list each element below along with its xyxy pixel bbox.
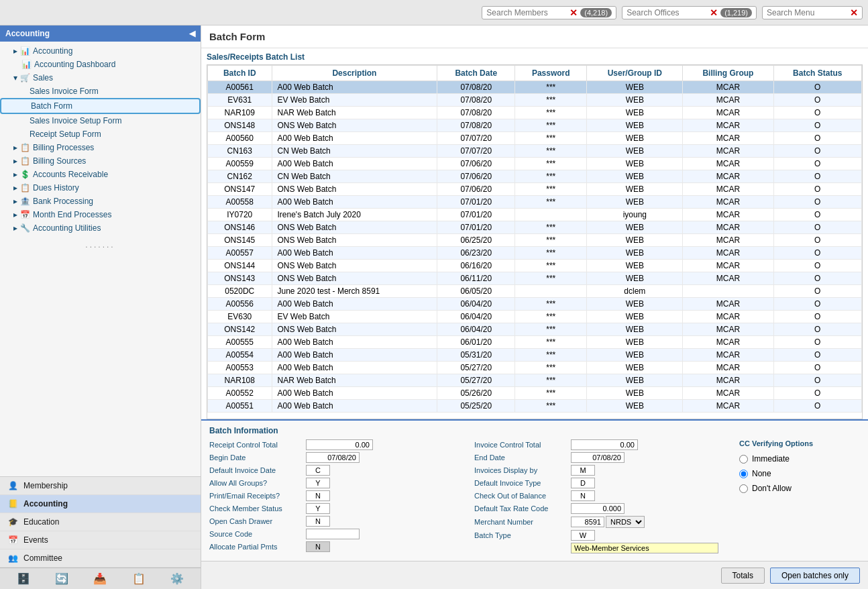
sidebar-item-accounts-receivable[interactable]: ▸ 💲 Accounts Receivable bbox=[0, 168, 201, 181]
sidebar-item-membership[interactable]: 👤 Membership bbox=[0, 477, 201, 495]
table-row[interactable]: NAR109 NAR Web Batch 07/08/20 *** WEB MC… bbox=[208, 107, 862, 119]
sidebar-item-accounting-nav[interactable]: 📒 Accounting bbox=[0, 495, 201, 513]
search-offices-clear[interactable]: ✕ bbox=[710, 8, 718, 17]
print-email-input[interactable] bbox=[306, 490, 330, 501]
table-row[interactable]: NAR108 NAR Web Batch 05/27/20 *** WEB MC… bbox=[208, 374, 862, 387]
settings-icon[interactable]: ⚙️ bbox=[170, 572, 184, 585]
table-row[interactable]: A00555 A00 Web Batch 06/01/20 *** WEB MC… bbox=[208, 336, 862, 349]
merchant-number-input[interactable] bbox=[571, 517, 604, 527]
cc-none-radio[interactable] bbox=[739, 470, 748, 478]
cell-batch-id: A00552 bbox=[208, 387, 272, 400]
search-members-clear[interactable]: ✕ bbox=[569, 8, 578, 17]
bank-processing-icon: 🏦 bbox=[20, 197, 30, 206]
sidebar-item-accounting-utilities[interactable]: ▸ 🔧 Accounting Utilities bbox=[0, 221, 201, 235]
search-members-box[interactable]: ✕ (4,218) bbox=[482, 6, 616, 19]
default-tax-rate-input[interactable] bbox=[571, 503, 625, 514]
cc-dont-allow-radio[interactable] bbox=[739, 484, 748, 493]
sidebar-item-education[interactable]: 🎓 Education bbox=[0, 513, 201, 531]
sidebar-item-dues-history[interactable]: ▸ 📋 Dues History bbox=[0, 181, 201, 195]
table-row[interactable]: ONS146 ONS Web Batch 07/01/20 *** WEB MC… bbox=[208, 221, 862, 234]
sidebar-item-dashboard[interactable]: 📊 Accounting Dashboard bbox=[0, 58, 201, 71]
table-row[interactable]: A00557 A00 Web Batch 06/23/20 *** WEB MC… bbox=[208, 247, 862, 260]
sidebar-item-receipt-setup[interactable]: Receipt Setup Form bbox=[0, 127, 201, 141]
cell-billing-group: MCAR bbox=[683, 349, 773, 362]
search-members-input[interactable] bbox=[486, 8, 567, 17]
search-menu-box[interactable]: ✕ bbox=[762, 6, 863, 19]
open-batches-button[interactable]: Open batches only bbox=[770, 568, 860, 584]
totals-button[interactable]: Totals bbox=[721, 568, 765, 584]
receipt-control-input[interactable] bbox=[306, 439, 373, 450]
table-row[interactable]: 0520DC June 2020 test - Merch 8591 06/05… bbox=[208, 285, 862, 298]
table-row[interactable]: A00554 A00 Web Batch 05/31/20 *** WEB MC… bbox=[208, 349, 862, 362]
invoice-control-input[interactable] bbox=[571, 439, 638, 450]
table-row[interactable]: A00558 A00 Web Batch 07/01/20 *** WEB MC… bbox=[208, 196, 862, 209]
table-row[interactable]: A00556 A00 Web Batch 06/04/20 *** WEB MC… bbox=[208, 298, 862, 311]
default-invoice-date-input[interactable] bbox=[306, 465, 330, 476]
search-menu-clear[interactable]: ✕ bbox=[850, 8, 858, 17]
batch-type-input[interactable] bbox=[571, 530, 595, 541]
search-offices-box[interactable]: ✕ (1,219) bbox=[622, 6, 757, 19]
sidebar-item-events[interactable]: 📅 Events bbox=[0, 531, 201, 549]
refresh-icon[interactable]: 🔄 bbox=[55, 572, 68, 585]
sidebar-item-accounting[interactable]: ▸ 📊 Accounting bbox=[0, 44, 201, 58]
table-row[interactable]: A00551 A00 Web Batch 05/25/20 *** WEB MC… bbox=[208, 400, 862, 413]
cc-none-label: None bbox=[752, 469, 771, 478]
sidebar-item-sales[interactable]: ▾ 🛒 Sales bbox=[0, 71, 201, 85]
col-user-group[interactable]: User/Group ID bbox=[587, 66, 683, 81]
sidebar-collapse-icon[interactable]: ◀ bbox=[189, 29, 195, 38]
table-row[interactable]: A00559 A00 Web Batch 07/06/20 *** WEB MC… bbox=[208, 158, 862, 170]
table-row[interactable]: ONS147 ONS Web Batch 07/06/20 *** WEB MC… bbox=[208, 183, 862, 196]
end-date-input[interactable] bbox=[571, 452, 625, 463]
check-member-input[interactable] bbox=[306, 503, 330, 514]
sidebar-item-committee[interactable]: 👥 Committee bbox=[0, 549, 201, 568]
search-menu-input[interactable] bbox=[767, 8, 847, 17]
db-icon[interactable]: 🗄️ bbox=[17, 572, 30, 585]
cell-status: O bbox=[773, 311, 861, 323]
table-row[interactable]: ONS145 ONS Web Batch 06/25/20 *** WEB MC… bbox=[208, 234, 862, 247]
table-row[interactable]: ONS144 ONS Web Batch 06/16/20 *** WEB MC… bbox=[208, 260, 862, 272]
invoices-display-input[interactable] bbox=[571, 465, 595, 476]
allow-all-groups-input[interactable] bbox=[306, 478, 330, 488]
source-code-input[interactable] bbox=[306, 529, 360, 539]
allocate-partial-input[interactable] bbox=[306, 541, 330, 552]
table-row[interactable]: ONS143 ONS Web Batch 06/11/20 *** WEB MC… bbox=[208, 272, 862, 285]
col-batch-id[interactable]: Batch ID bbox=[208, 66, 272, 81]
clipboard-icon[interactable]: 📋 bbox=[132, 572, 146, 585]
col-batch-date[interactable]: Batch Date bbox=[437, 66, 515, 81]
col-billing-group[interactable]: Billing Group bbox=[683, 66, 773, 81]
col-password[interactable]: Password bbox=[515, 66, 587, 81]
begin-date-input[interactable] bbox=[306, 452, 360, 463]
table-row[interactable]: A00560 A00 Web Batch 07/07/20 *** WEB MC… bbox=[208, 132, 862, 145]
open-cash-drawer-input[interactable] bbox=[306, 516, 330, 527]
table-row[interactable]: IY0720 Irene's Batch July 2020 07/01/20 … bbox=[208, 209, 862, 221]
table-row[interactable]: ONS148 ONS Web Batch 07/08/20 *** WEB MC… bbox=[208, 119, 862, 132]
table-row[interactable]: A00553 A00 Web Batch 05/27/20 *** WEB MC… bbox=[208, 362, 862, 374]
inbox-icon[interactable]: 📥 bbox=[93, 572, 107, 585]
table-row[interactable]: CN162 CN Web Batch 07/06/20 *** WEB MCAR… bbox=[208, 170, 862, 183]
cc-immediate-radio[interactable] bbox=[739, 455, 748, 464]
check-out-balance-input[interactable] bbox=[571, 490, 595, 501]
table-row[interactable]: A00552 A00 Web Batch 05/26/20 *** WEB MC… bbox=[208, 387, 862, 400]
sidebar-item-billing-sources[interactable]: ▸ 📋 Billing Sources bbox=[0, 154, 201, 168]
table-row[interactable]: EV631 EV Web Batch 07/08/20 *** WEB MCAR… bbox=[208, 94, 862, 107]
table-row[interactable]: CN163 CN Web Batch 07/07/20 *** WEB MCAR… bbox=[208, 145, 862, 158]
sidebar-item-sales-invoice-form[interactable]: Sales Invoice Form bbox=[0, 85, 201, 98]
batch-table-scroll[interactable]: Batch ID Description Batch Date Password… bbox=[207, 64, 863, 419]
sidebar-item-billing-processes[interactable]: ▸ 📋 Billing Processes bbox=[0, 141, 201, 154]
table-row[interactable]: EV630 EV Web Batch 06/04/20 *** WEB MCAR… bbox=[208, 311, 862, 323]
merchant-select[interactable]: NRDS bbox=[606, 516, 645, 528]
sidebar-item-sales-invoice-setup[interactable]: Sales Invoice Setup Form bbox=[0, 114, 201, 127]
sidebar-item-batch-form[interactable]: Batch Form bbox=[0, 98, 201, 114]
col-batch-status[interactable]: Batch Status bbox=[773, 66, 861, 81]
batch-type-desc-input[interactable] bbox=[571, 543, 718, 553]
cell-password bbox=[515, 209, 587, 221]
table-row[interactable]: ONS142 ONS Web Batch 06/04/20 *** WEB MC… bbox=[208, 323, 862, 336]
sidebar-item-month-end[interactable]: ▸ 📅 Month End Processes bbox=[0, 208, 201, 221]
default-invoice-type-input[interactable] bbox=[571, 478, 595, 488]
col-description[interactable]: Description bbox=[272, 66, 437, 81]
search-offices-input[interactable] bbox=[627, 8, 707, 17]
table-row[interactable]: A00561 A00 Web Batch 07/08/20 *** WEB MC… bbox=[208, 81, 862, 94]
cell-billing-group: MCAR bbox=[683, 158, 773, 170]
cell-status: O bbox=[773, 221, 861, 234]
sidebar-item-bank-processing[interactable]: ▸ 🏦 Bank Processing bbox=[0, 195, 201, 208]
